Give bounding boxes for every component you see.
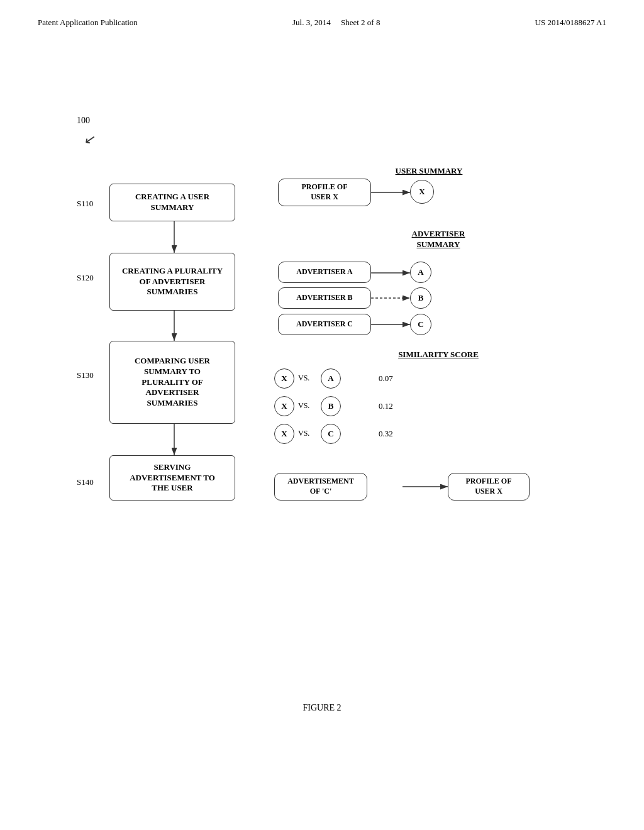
step-s140-label: S140 bbox=[77, 477, 94, 487]
vs-label-1: VS. bbox=[298, 374, 309, 383]
circle-a: A bbox=[410, 262, 431, 283]
circle-x-vs-a: X bbox=[274, 368, 294, 389]
circle-x-top: X bbox=[410, 180, 434, 204]
header-date: Jul. 3, 2014 bbox=[292, 18, 331, 27]
cursor-icon: ↙ bbox=[83, 131, 97, 149]
step-s120-label: S120 bbox=[77, 273, 94, 283]
flow-box-s140: SERVING ADVERTISEMENT TO THE USER bbox=[109, 455, 235, 501]
score-xc: 0.32 bbox=[379, 429, 393, 439]
section-title-similarity-score: SIMILARITY SCORE bbox=[388, 350, 489, 360]
header-sheet: Sheet 2 of 8 bbox=[341, 18, 380, 27]
score-xa: 0.07 bbox=[379, 374, 393, 384]
rounded-box-advertiser-a: ADVERTISER A bbox=[278, 262, 371, 283]
circle-b-vs-row2: B bbox=[321, 396, 341, 416]
section-title-advertiser-summary: ADVERTISER SUMMARY bbox=[397, 229, 479, 250]
score-xb: 0.12 bbox=[379, 401, 393, 411]
flow-box-s110: CREATING A USER SUMMARY bbox=[109, 184, 235, 221]
vs-label-2: VS. bbox=[298, 401, 309, 411]
rounded-box-profile-user-x-top: PROFILE OF USER X bbox=[278, 179, 371, 206]
vs-label-3: VS. bbox=[298, 429, 309, 438]
page-header: Patent Application Publication Jul. 3, 2… bbox=[0, 0, 644, 28]
circle-b: B bbox=[410, 287, 431, 309]
header-left: Patent Application Publication bbox=[38, 18, 138, 28]
section-title-user-summary: USER SUMMARY bbox=[391, 166, 467, 176]
rounded-box-advertiser-c: ADVERTISER C bbox=[278, 314, 371, 335]
rounded-box-profile-user-x-bottom: PROFILE OF USER X bbox=[448, 473, 530, 501]
header-center: Jul. 3, 2014 Sheet 2 of 8 bbox=[292, 18, 380, 28]
step-s110-label: S110 bbox=[77, 199, 93, 209]
circle-x-vs-b: X bbox=[274, 396, 294, 416]
circle-x-vs-c: X bbox=[274, 424, 294, 444]
flow-box-s130: COMPARING USER SUMMARY TO PLURALITY OF A… bbox=[109, 341, 235, 424]
rounded-box-advertiser-b: ADVERTISER B bbox=[278, 287, 371, 309]
step-s130-label: S130 bbox=[77, 370, 94, 380]
figure-area: 100 ↙ S110 S120 S130 S140 CREATING A USE… bbox=[39, 40, 605, 732]
flow-box-s120: CREATING A PLURALITY OF ADVERTISER SUMMA… bbox=[109, 253, 235, 311]
circle-c-vs-row3: C bbox=[321, 424, 341, 444]
rounded-box-advertisement-c: ADVERTISEMENT OF 'C' bbox=[274, 473, 367, 501]
circle-c: C bbox=[410, 314, 431, 335]
diagram-label: 100 bbox=[77, 116, 90, 126]
circle-a-vs-row1: A bbox=[321, 368, 341, 389]
figure-caption: FIGURE 2 bbox=[303, 703, 341, 713]
header-right: US 2014/0188627 A1 bbox=[535, 18, 606, 28]
